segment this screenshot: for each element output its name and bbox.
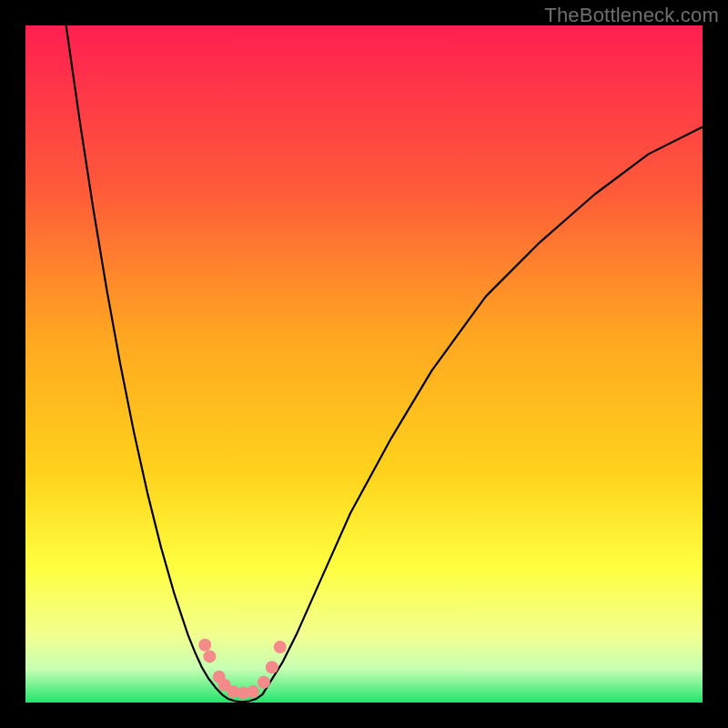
dot-right-mid — [266, 661, 278, 673]
chart-outer-frame: TheBottleneck.com — [0, 0, 728, 728]
plot-frame — [25, 25, 703, 703]
plot-svg — [25, 25, 703, 703]
dot-right-lower — [258, 676, 270, 689]
dot-left-upper-b — [203, 650, 216, 662]
dot-floor-c — [247, 685, 259, 698]
watermark-text: TheBottleneck.com — [544, 4, 719, 27]
gradient-background — [25, 25, 703, 703]
dot-right-upper — [274, 641, 287, 653]
dot-left-upper-a — [198, 639, 211, 652]
